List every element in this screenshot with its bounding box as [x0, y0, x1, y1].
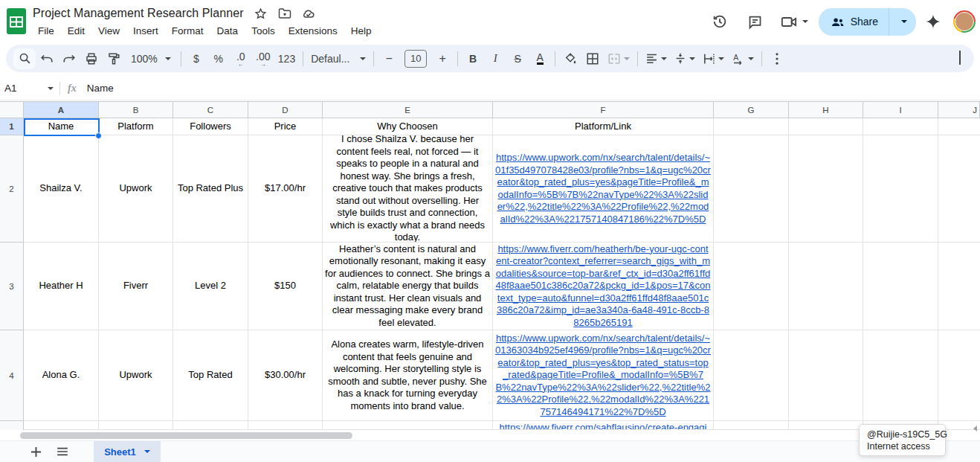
cell-e5[interactable]	[323, 421, 493, 430]
more-formats-button[interactable]: 123	[274, 48, 299, 69]
row-header-2[interactable]: 2	[0, 135, 24, 243]
meet-dropdown-arrow-icon[interactable]	[802, 20, 808, 23]
cell-e2[interactable]: I chose Shailza V. because her content f…	[323, 135, 493, 243]
cell-e3[interactable]: Heather’s content is natural and emotion…	[323, 243, 493, 330]
name-box[interactable]: A1	[0, 83, 54, 94]
link-f4[interactable]: https://www.upwork.com/nx/search/talent/…	[495, 333, 711, 419]
column-header-d[interactable]: D	[248, 101, 323, 118]
horizontal-align-button[interactable]	[642, 48, 671, 69]
row-header-3[interactable]: 3	[0, 243, 24, 330]
cell-a2[interactable]: Shailza V.	[24, 135, 99, 243]
cell-e4[interactable]: Alona creates warm, lifestyle-driven con…	[323, 330, 493, 421]
cell-g4[interactable]	[714, 330, 789, 421]
version-history-icon[interactable]	[704, 7, 735, 36]
all-sheets-menu-icon[interactable]	[49, 441, 76, 462]
cell-c1[interactable]: Followers	[173, 118, 248, 135]
increase-font-size-button[interactable]: +	[431, 48, 454, 69]
decrease-decimal-button[interactable]: .0←	[230, 48, 252, 69]
row-header-1[interactable]: 1	[0, 118, 24, 135]
gemini-sparkle-icon[interactable]	[921, 7, 946, 36]
comments-icon[interactable]	[740, 7, 771, 36]
cell-c4[interactable]: Top Rated	[173, 330, 248, 421]
print-icon[interactable]	[80, 48, 103, 69]
zoom-select[interactable]: 100%	[125, 48, 177, 69]
column-header-i[interactable]: I	[863, 101, 938, 118]
cell-i2[interactable]	[863, 135, 938, 243]
link-f2[interactable]: https://www.upwork.com/nx/search/talent/…	[495, 152, 711, 225]
cell-g3[interactable]	[714, 243, 789, 330]
cell-b4[interactable]: Upwork	[99, 330, 173, 421]
font-family-select[interactable]: Defaul...	[307, 48, 370, 69]
bold-button[interactable]: B	[462, 48, 484, 69]
cell-a3[interactable]: Heather H	[24, 243, 99, 330]
column-header-b[interactable]: B	[99, 101, 173, 118]
sheet-tab-dropdown-arrow-icon[interactable]	[144, 450, 150, 453]
cell-a5[interactable]	[24, 421, 99, 430]
cell-a4[interactable]: Alona G.	[24, 330, 99, 421]
cell-c5[interactable]	[173, 421, 248, 430]
collapse-toolbar-icon[interactable]	[959, 52, 971, 64]
column-header-h[interactable]: H	[789, 101, 863, 118]
undo-icon[interactable]	[36, 48, 58, 69]
vertical-align-button[interactable]	[671, 48, 699, 69]
cell-f2[interactable]: https://www.upwork.com/nx/search/talent/…	[493, 135, 714, 243]
cell-i1[interactable]	[863, 118, 938, 135]
horizontal-scrollbar-thumb[interactable]	[20, 432, 352, 439]
cell-g2[interactable]	[714, 135, 789, 243]
cell-d1[interactable]: Price	[248, 118, 323, 135]
paint-format-icon[interactable]	[103, 48, 125, 69]
cell-h1[interactable]	[789, 118, 863, 135]
text-color-button[interactable]: A	[529, 48, 551, 69]
move-folder-icon[interactable]	[278, 7, 291, 20]
cell-f5[interactable]: https://www.fiverr.com/sahflausino/creat…	[493, 421, 714, 430]
redo-icon[interactable]	[58, 48, 80, 69]
cell-d4[interactable]: $30.00/hr	[248, 330, 323, 421]
cell-f1[interactable]: Platform/Link	[493, 118, 714, 135]
cell-d5[interactable]	[248, 421, 323, 430]
cell-h5[interactable]	[789, 421, 863, 430]
share-button[interactable]: Share	[819, 8, 889, 36]
add-sheet-icon[interactable]	[22, 441, 49, 462]
cell-a1[interactable]: Name	[24, 118, 99, 135]
cell-e1[interactable]: Why Choosen	[323, 118, 493, 135]
cell-j1[interactable]	[938, 118, 980, 135]
cell-d3[interactable]: $150	[248, 243, 323, 330]
formula-input[interactable]: Name	[87, 83, 114, 94]
meet-join-call-button[interactable]	[776, 7, 814, 36]
column-header-a[interactable]: A	[24, 101, 99, 118]
sheet-tab-sheet1[interactable]: Sheet1	[94, 441, 161, 462]
menu-extensions[interactable]: Extensions	[283, 24, 343, 38]
cell-c2[interactable]: Top Rated Plus	[173, 135, 248, 243]
horizontal-scrollbar[interactable]	[0, 430, 980, 440]
fill-color-icon[interactable]	[559, 48, 581, 69]
menu-help[interactable]: Help	[346, 24, 377, 38]
cell-b5[interactable]	[99, 421, 173, 430]
text-rotation-button[interactable]: A	[728, 48, 758, 69]
menu-data[interactable]: Data	[212, 24, 244, 38]
menu-file[interactable]: File	[33, 24, 59, 38]
row-header-4[interactable]: 4	[0, 330, 24, 421]
link-f3[interactable]: https://www.fiverr.com/heatherh/be-your-…	[495, 243, 711, 330]
star-icon[interactable]	[254, 7, 268, 20]
cell-f3[interactable]: https://www.fiverr.com/heatherh/be-your-…	[493, 243, 714, 330]
cloud-saved-icon[interactable]	[302, 7, 315, 20]
cell-b3[interactable]: Fiverr	[99, 243, 173, 330]
cell-h3[interactable]	[789, 243, 863, 330]
font-size-input[interactable]: 10	[404, 50, 427, 68]
cell-f4[interactable]: https://www.upwork.com/nx/search/talent/…	[493, 330, 714, 421]
document-title[interactable]: Project Management Research Planner	[33, 7, 244, 20]
cell-i3[interactable]	[863, 243, 938, 330]
column-header-e[interactable]: E	[323, 101, 493, 118]
scroll-left-arrow-icon[interactable]	[973, 426, 977, 431]
select-all-corner[interactable]	[0, 101, 24, 118]
cell-g1[interactable]	[714, 118, 789, 135]
share-dropdown-button[interactable]	[889, 8, 916, 36]
cell-j4[interactable]	[938, 330, 980, 421]
format-percent-button[interactable]: %	[207, 48, 230, 69]
format-currency-button[interactable]: $	[185, 48, 207, 69]
text-wrapping-button[interactable]	[699, 48, 728, 69]
row-header-5[interactable]	[0, 421, 24, 430]
cell-d2[interactable]: $17.00/hr	[248, 135, 323, 243]
borders-icon[interactable]	[581, 48, 604, 69]
link-f5[interactable]: https://www.fiverr.com/sahflausino/creat…	[500, 422, 707, 430]
